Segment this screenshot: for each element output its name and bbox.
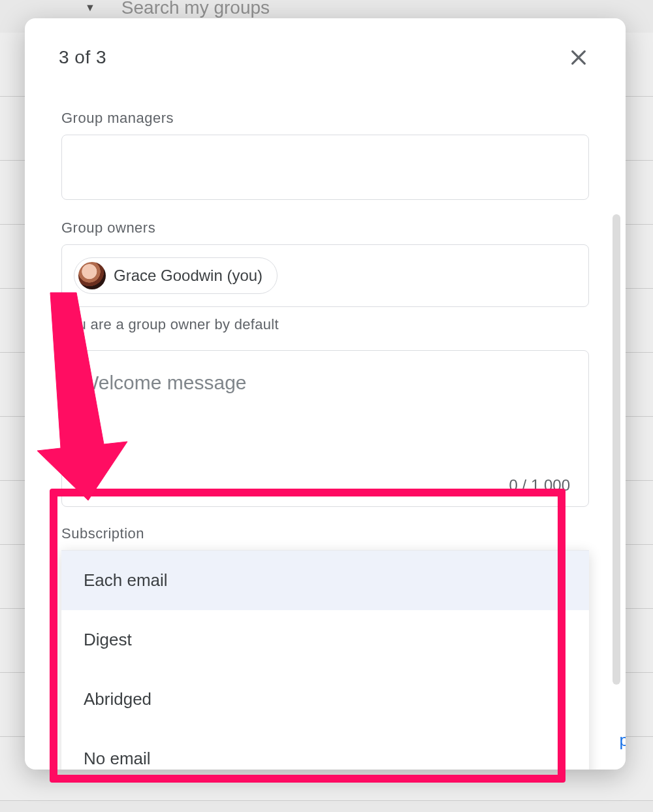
group-button-peek: p <box>620 730 626 751</box>
owner-chip[interactable]: Grace Goodwin (you) <box>74 257 278 294</box>
page-backdrop: ▼ Search my groups 3 of 3 Group managers <box>0 0 653 812</box>
subscription-dropdown[interactable]: Each email Digest Abridged No email <box>61 550 589 770</box>
close-button[interactable] <box>565 44 592 71</box>
create-group-modal: 3 of 3 Group managers Group owners Grace… <box>25 18 626 770</box>
welcome-message-input[interactable]: Welcome message 0 / 1,000 <box>61 350 589 507</box>
subscription-option-each-email[interactable]: Each email <box>61 551 589 610</box>
subscription-option-abridged[interactable]: Abridged <box>61 670 589 729</box>
dropdown-triangle-icon: ▼ <box>85 2 95 14</box>
owner-chip-label: Grace Goodwin (you) <box>114 267 263 285</box>
subscription-option-no-email[interactable]: No email <box>61 729 589 770</box>
step-indicator: 3 of 3 <box>59 47 106 68</box>
scrollbar-thumb[interactable] <box>613 214 620 685</box>
group-owners-input[interactable]: Grace Goodwin (you) <box>61 244 589 307</box>
owner-hint: You are a group owner by default <box>61 316 589 333</box>
group-managers-input[interactable] <box>61 135 589 200</box>
subscription-option-digest[interactable]: Digest <box>61 610 589 670</box>
close-icon <box>568 47 589 68</box>
background-search-placeholder: Search my groups <box>121 0 270 18</box>
avatar <box>78 262 106 289</box>
modal-body: Group managers Group owners Grace Goodwi… <box>25 84 626 770</box>
group-managers-label: Group managers <box>61 110 589 127</box>
character-count: 0 / 1,000 <box>509 476 570 495</box>
modal-header: 3 of 3 <box>25 18 626 84</box>
welcome-placeholder: Welcome message <box>80 372 570 394</box>
subscription-section: Subscription Each email Digest Abridged … <box>61 525 589 770</box>
subscription-label: Subscription <box>61 525 589 542</box>
background-search: ▼ Search my groups <box>85 0 270 18</box>
group-owners-label: Group owners <box>61 219 589 236</box>
